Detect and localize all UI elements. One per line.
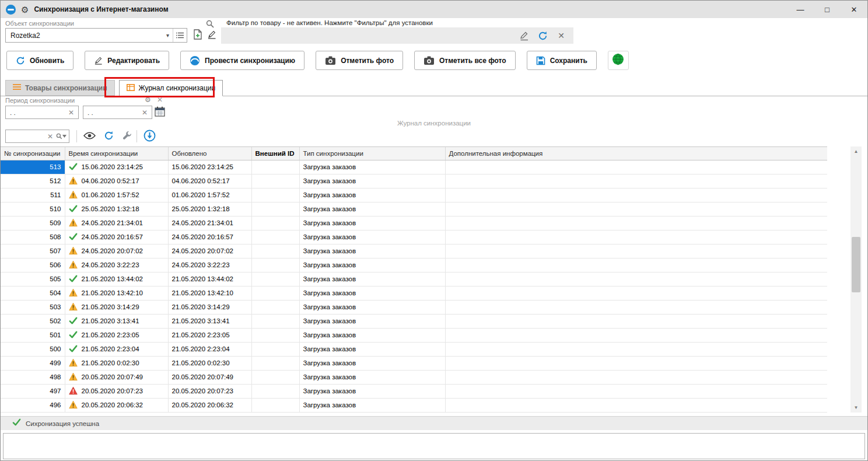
cell-sync-time[interactable]: 20.05.2020 20:07:23: [65, 384, 168, 398]
cell-sync-time[interactable]: 20.05.2020 20:07:49: [65, 370, 168, 384]
cell-sync-type[interactable]: Загрузка заказов: [299, 188, 445, 202]
cell-updated[interactable]: 20.05.2020 20:07:49: [168, 370, 251, 384]
maximize-button[interactable]: □: [814, 1, 841, 18]
cell-extra-info[interactable]: [445, 314, 827, 328]
cell-sync-time[interactable]: 21.05.2020 3:14:29: [65, 300, 168, 314]
period-date-to-input[interactable]: . . ✕: [83, 106, 152, 119]
cell-extra-info[interactable]: [445, 370, 827, 384]
cell-updated[interactable]: 21.05.2020 3:14:29: [168, 300, 251, 314]
table-row[interactable]: 50221.05.2020 3:13:4121.05.2020 3:13:41З…: [1, 314, 827, 328]
table-row[interactable]: 51025.05.2020 1:32:1825.05.2020 1:32:18З…: [1, 202, 827, 216]
cell-sync-number[interactable]: 502: [1, 314, 65, 328]
load-journal-button[interactable]: [143, 130, 156, 143]
cell-sync-time[interactable]: 04.06.2020 0:52:17: [65, 174, 168, 188]
cell-external-id[interactable]: [251, 244, 299, 258]
column-header[interactable]: Дополнительная информация: [445, 147, 827, 160]
cell-sync-number[interactable]: 507: [1, 244, 65, 258]
edit-filter-icon[interactable]: [519, 30, 529, 41]
cell-extra-info[interactable]: [445, 202, 827, 216]
cell-extra-info[interactable]: [445, 258, 827, 272]
cell-sync-time[interactable]: 21.05.2020 13:44:02: [65, 272, 168, 286]
settings-gear-icon[interactable]: ⚙: [21, 5, 29, 14]
table-row[interactable]: 50824.05.2020 20:16:5724.05.2020 20:16:5…: [1, 230, 827, 244]
cell-external-id[interactable]: [251, 216, 299, 230]
cell-extra-info[interactable]: [445, 300, 827, 314]
cell-sync-time[interactable]: 21.05.2020 2:23:05: [65, 328, 168, 342]
web-service-button[interactable]: [608, 51, 629, 70]
cell-sync-number[interactable]: 496: [1, 398, 65, 412]
table-row[interactable]: 50624.05.2020 3:22:2324.05.2020 3:22:23З…: [1, 258, 827, 272]
cell-sync-number[interactable]: 508: [1, 230, 65, 244]
cell-sync-type[interactable]: Загрузка заказов: [299, 202, 445, 216]
cell-updated[interactable]: 24.05.2020 20:07:02: [168, 244, 251, 258]
search-icon[interactable]: [206, 20, 215, 28]
cell-sync-type[interactable]: Загрузка заказов: [299, 216, 445, 230]
cell-sync-type[interactable]: Загрузка заказов: [299, 160, 445, 174]
period-date-from-input[interactable]: . . ✕: [5, 106, 79, 119]
mark-all-photo-button[interactable]: Отметить все фото: [414, 51, 516, 70]
period-settings-gear-icon[interactable]: ⚙: [145, 96, 151, 103]
cell-external-id[interactable]: [251, 258, 299, 272]
cell-extra-info[interactable]: [445, 244, 827, 258]
cell-external-id[interactable]: [251, 300, 299, 314]
scroll-up-icon[interactable]: ▲: [850, 146, 862, 156]
cell-updated[interactable]: 21.05.2020 13:42:10: [168, 286, 251, 300]
table-row[interactable]: 49620.05.2020 20:06:3220.05.2020 20:06:3…: [1, 398, 827, 412]
cell-sync-number[interactable]: 509: [1, 216, 65, 230]
cell-sync-time[interactable]: 24.05.2020 20:16:57: [65, 230, 168, 244]
cell-updated[interactable]: 21.05.2020 3:13:41: [168, 314, 251, 328]
cell-extra-info[interactable]: [445, 272, 827, 286]
cell-sync-type[interactable]: Загрузка заказов: [299, 398, 445, 412]
cell-external-id[interactable]: [251, 174, 299, 188]
table-row[interactable]: 50321.05.2020 3:14:2921.05.2020 3:14:29З…: [1, 300, 827, 314]
cell-extra-info[interactable]: [445, 216, 827, 230]
cell-extra-info[interactable]: [445, 174, 827, 188]
cell-sync-number[interactable]: 510: [1, 202, 65, 216]
chevron-down-icon[interactable]: ▾: [163, 32, 173, 39]
new-object-button[interactable]: [191, 29, 205, 43]
cell-external-id[interactable]: [251, 384, 299, 398]
cell-sync-type[interactable]: Загрузка заказов: [299, 328, 445, 342]
table-row[interactable]: 51315.06.2020 23:14:2515.06.2020 23:14:2…: [1, 160, 827, 174]
cell-extra-info[interactable]: [445, 342, 827, 356]
service-tools-button[interactable]: [121, 130, 134, 143]
cell-sync-number[interactable]: 511: [1, 188, 65, 202]
cell-sync-time[interactable]: 25.05.2020 1:32:18: [65, 202, 168, 216]
cell-updated[interactable]: 24.05.2020 21:34:01: [168, 216, 251, 230]
cell-sync-number[interactable]: 506: [1, 258, 65, 272]
column-header[interactable]: Обновлено: [168, 147, 251, 160]
scroll-down-icon[interactable]: ▼: [850, 403, 862, 413]
cell-updated[interactable]: 21.05.2020 2:23:04: [168, 342, 251, 356]
column-header[interactable]: Тип синхронизации: [299, 147, 445, 160]
journal-search-box[interactable]: ✕: [5, 130, 69, 143]
open-list-icon[interactable]: [173, 29, 187, 42]
cell-sync-time[interactable]: 01.06.2020 1:57:52: [65, 188, 168, 202]
cell-external-id[interactable]: [251, 398, 299, 412]
tab-sync-journal[interactable]: Журнал синхронизации: [119, 80, 223, 96]
refresh-journal-button[interactable]: [102, 130, 115, 143]
vertical-scrollbar[interactable]: ▲ ▼: [850, 146, 862, 413]
cell-sync-number[interactable]: 513: [1, 160, 65, 174]
cell-external-id[interactable]: [251, 342, 299, 356]
cell-extra-info[interactable]: [445, 384, 827, 398]
cell-sync-number[interactable]: 505: [1, 272, 65, 286]
cell-sync-type[interactable]: Загрузка заказов: [299, 300, 445, 314]
preview-button[interactable]: [83, 130, 96, 143]
cell-sync-type[interactable]: Загрузка заказов: [299, 174, 445, 188]
sync-object-combobox[interactable]: Rozetka2 ▾: [5, 28, 187, 43]
cell-sync-number[interactable]: 504: [1, 286, 65, 300]
cell-updated[interactable]: 21.05.2020 13:44:02: [168, 272, 251, 286]
cell-sync-type[interactable]: Загрузка заказов: [299, 314, 445, 328]
cell-sync-type[interactable]: Загрузка заказов: [299, 272, 445, 286]
table-row[interactable]: 50021.05.2020 2:23:0421.05.2020 2:23:04З…: [1, 342, 827, 356]
cell-extra-info[interactable]: [445, 230, 827, 244]
cell-sync-type[interactable]: Загрузка заказов: [299, 356, 445, 370]
cell-sync-number[interactable]: 497: [1, 384, 65, 398]
cell-extra-info[interactable]: [445, 160, 827, 174]
edit-object-button[interactable]: [205, 29, 219, 43]
column-header[interactable]: № синхронизации: [1, 147, 65, 160]
table-row[interactable]: 51204.06.2020 0:52:1704.06.2020 0:52:17З…: [1, 174, 827, 188]
cell-extra-info[interactable]: [445, 398, 827, 412]
cell-sync-type[interactable]: Загрузка заказов: [299, 258, 445, 272]
cell-external-id[interactable]: [251, 286, 299, 300]
